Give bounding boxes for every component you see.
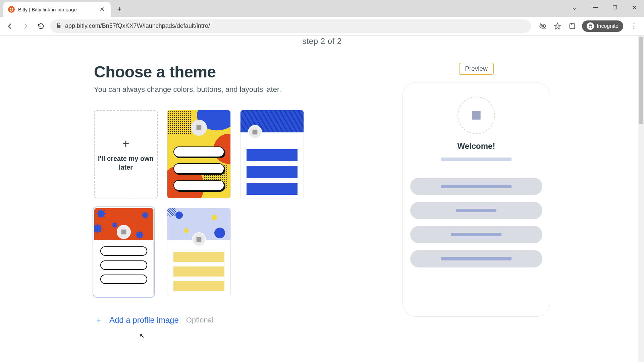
- theme-orange-stars[interactable]: ✸ ✸ ✸ ✸ ✸: [94, 208, 154, 296]
- preview-link-placeholder: [410, 226, 542, 243]
- new-tab-button[interactable]: +: [113, 3, 125, 15]
- preview-phone: Welcome!: [402, 82, 550, 317]
- step-indicator: step 2 of 2: [0, 36, 644, 46]
- tab-title: Bitly | Bitly link-in-bio page: [18, 7, 95, 12]
- browser-tab[interactable]: Bitly | Bitly link-in-bio page ✕: [3, 2, 111, 17]
- theme-blue-geometric[interactable]: [240, 110, 304, 198]
- theme-create-own[interactable]: + I'll create my own later: [94, 110, 158, 198]
- preview-link-placeholder: [410, 202, 542, 219]
- preview-buttons: [410, 178, 542, 267]
- forward-button[interactable]: [19, 20, 32, 32]
- bookmark-star-icon[interactable]: [552, 21, 562, 31]
- page-heading: Choose a theme: [94, 63, 382, 81]
- browser-titlebar: Bitly | Bitly link-in-bio page ✕ + ⌄ — ☐…: [0, 0, 644, 17]
- theme-grid: + I'll create my own later: [94, 110, 382, 296]
- plus-icon: +: [94, 315, 104, 325]
- tabs-dropdown-icon[interactable]: ⌄: [572, 4, 577, 11]
- theme-lavender-confetti[interactable]: [167, 208, 231, 296]
- mouse-cursor: ↖: [139, 331, 146, 341]
- browser-toolbar: app.bitly.com/Bn57fQxKX7W/launchpads/def…: [0, 17, 644, 36]
- incognito-badge[interactable]: Incognito: [582, 20, 623, 32]
- browser-menu-button[interactable]: ⋮: [628, 22, 640, 31]
- add-profile-image-link[interactable]: + Add a profile image Optional: [94, 315, 382, 325]
- page-subheading: You can always change colors, buttons, a…: [94, 85, 382, 94]
- window-close-button[interactable]: ✕: [625, 0, 644, 15]
- url-text: app.bitly.com/Bn57fQxKX7W/launchpads/def…: [65, 22, 210, 29]
- plus-icon: +: [122, 137, 129, 151]
- avatar-placeholder-icon: [192, 232, 206, 246]
- preview-link-placeholder: [410, 250, 542, 267]
- extensions-icon[interactable]: [567, 21, 577, 31]
- avatar-placeholder-icon: [117, 225, 131, 239]
- back-button[interactable]: [4, 20, 16, 32]
- theme-yellow-abstract[interactable]: [167, 110, 231, 198]
- avatar-placeholder-icon: [248, 125, 262, 139]
- lock-icon: [56, 22, 62, 30]
- create-own-label: I'll create my own later: [95, 154, 157, 172]
- page-content: ▲ step 2 of 2 Choose a theme You can alw…: [0, 36, 644, 362]
- preview-badge: Preview: [459, 63, 494, 75]
- scrollbar-thumb[interactable]: [639, 37, 643, 124]
- add-profile-label: Add a profile image: [109, 315, 179, 325]
- incognito-label: Incognito: [597, 23, 619, 29]
- bitly-favicon: [8, 6, 15, 13]
- address-bar[interactable]: app.bitly.com/Bn57fQxKX7W/launchpads/def…: [50, 19, 531, 33]
- tab-close-icon[interactable]: ✕: [98, 5, 106, 14]
- preview-subtitle-placeholder: [441, 158, 512, 161]
- preview-welcome-text: Welcome!: [410, 141, 542, 151]
- window-maximize-button[interactable]: ☐: [605, 0, 625, 15]
- reload-button[interactable]: [35, 20, 47, 32]
- avatar-placeholder-icon: [191, 120, 207, 136]
- eye-blocked-icon[interactable]: [538, 21, 548, 31]
- optional-label: Optional: [186, 316, 214, 324]
- preview-link-placeholder: [410, 178, 542, 195]
- incognito-icon: [587, 22, 594, 30]
- scrollbar-track[interactable]: ▲: [638, 36, 644, 362]
- preview-avatar-placeholder: [458, 97, 495, 134]
- window-minimize-button[interactable]: —: [586, 0, 605, 15]
